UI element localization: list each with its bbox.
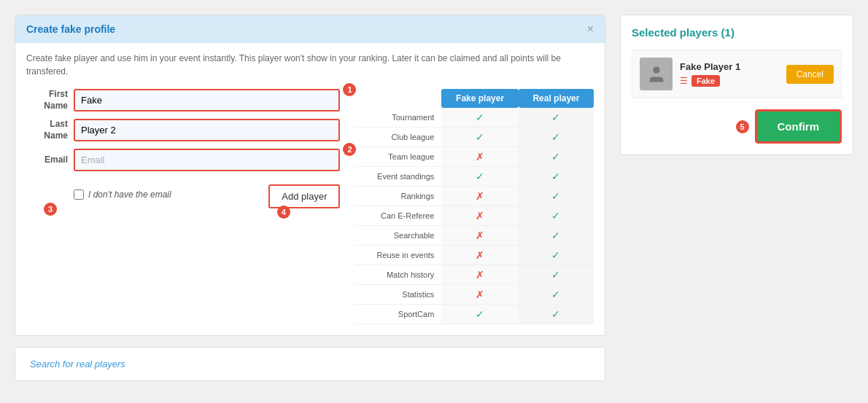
fake-value-cell: ✗ xyxy=(441,265,519,285)
last-name-input[interactable] xyxy=(74,119,340,141)
confirm-area: 5 Confirm xyxy=(632,109,842,144)
email-label: Email xyxy=(26,154,74,166)
check-icon: ✓ xyxy=(551,111,560,123)
check-icon: ✓ xyxy=(551,190,560,202)
confirm-button[interactable]: Confirm xyxy=(755,109,842,144)
table-row: Statistics✗✓ xyxy=(354,285,594,305)
cancel-button[interactable]: Cancel xyxy=(786,65,834,84)
fake-value-cell: ✗ xyxy=(441,246,519,265)
cross-icon: ✗ xyxy=(476,289,484,300)
real-value-cell: ✓ xyxy=(519,246,594,265)
fake-value-cell: ✓ xyxy=(441,108,519,128)
add-player-button[interactable]: Add player xyxy=(268,184,340,208)
feature-name-cell: Can E-Referee xyxy=(354,206,441,226)
close-icon[interactable]: × xyxy=(587,23,594,36)
check-icon: ✓ xyxy=(551,151,560,163)
check-icon: ✓ xyxy=(551,289,560,300)
player-name: Fake Player 1 xyxy=(680,61,779,72)
selected-players-panel: Selected players (1) Fake Player 1 ☰ Fak… xyxy=(620,15,853,155)
check-icon: ✓ xyxy=(551,131,560,143)
player-tag-icon: ☰ xyxy=(680,76,688,86)
real-value-cell: ✓ xyxy=(519,167,594,187)
card-header: Create fake profile × xyxy=(15,15,605,43)
real-value-cell: ✓ xyxy=(519,187,594,206)
check-icon: ✓ xyxy=(551,269,560,281)
feature-name-cell: Team league xyxy=(354,147,441,167)
fake-col-header: Fake player xyxy=(441,89,519,108)
form-and-table: First Name 1 Last Name Email xyxy=(26,89,594,324)
first-name-row: First Name xyxy=(26,89,340,111)
feature-name-cell: Club league xyxy=(354,128,441,147)
cross-icon: ✗ xyxy=(476,249,484,261)
features-table: Fake player Real player Tournament✓✓Club… xyxy=(354,89,594,324)
cross-icon: ✗ xyxy=(476,151,484,163)
card-description: Create fake player and use him in your e… xyxy=(26,52,594,78)
fake-value-cell: ✗ xyxy=(441,187,519,206)
form-section: First Name 1 Last Name Email xyxy=(26,89,340,324)
right-panel: Selected players (1) Fake Player 1 ☰ Fak… xyxy=(620,15,853,155)
checkbox-row: I don't have the email xyxy=(74,189,171,200)
check-icon: ✓ xyxy=(476,308,484,320)
feature-name-cell: Match history xyxy=(354,265,441,285)
fake-value-cell: ✗ xyxy=(441,226,519,246)
fake-value-cell: ✗ xyxy=(441,206,519,226)
fake-tag: Fake xyxy=(691,75,720,87)
cross-icon: ✗ xyxy=(476,269,484,281)
search-real-players-link[interactable]: Search for real players xyxy=(30,359,125,369)
no-email-checkbox[interactable] xyxy=(74,189,84,200)
email-input[interactable] xyxy=(74,149,340,171)
fake-value-cell: ✓ xyxy=(441,128,519,147)
selected-players-title: Selected players (1) xyxy=(632,26,842,39)
cross-icon: ✗ xyxy=(476,190,484,202)
real-value-cell: ✓ xyxy=(519,265,594,285)
card-title: Create fake profile xyxy=(26,23,115,35)
real-value-cell: ✓ xyxy=(519,108,594,128)
first-name-input[interactable] xyxy=(74,89,340,111)
feature-name-cell: Rankings xyxy=(354,187,441,206)
check-icon: ✓ xyxy=(476,171,484,182)
feature-name-cell: Tournament xyxy=(354,108,441,128)
player-avatar xyxy=(640,58,673,90)
annotation-3: 3 xyxy=(44,203,57,216)
annotation-4: 4 xyxy=(277,206,290,219)
last-name-label: Last Name xyxy=(26,119,74,141)
search-real-players-card: Search for real players xyxy=(15,347,605,381)
last-name-row: Last Name xyxy=(26,119,340,141)
left-panel: Create fake profile × Create fake player… xyxy=(15,15,605,381)
check-icon: ✓ xyxy=(551,171,560,182)
fake-value-cell: ✗ xyxy=(441,147,519,167)
real-value-cell: ✓ xyxy=(519,147,594,167)
comparison-table: Fake player Real player Tournament✓✓Club… xyxy=(354,89,594,324)
no-email-label: I don't have the email xyxy=(88,189,171,200)
table-row: Can E-Referee✗✓ xyxy=(354,206,594,226)
table-row: Tournament✓✓ xyxy=(354,108,594,128)
table-row: Team league✗✓ xyxy=(354,147,594,167)
table-row: SportCam✓✓ xyxy=(354,305,594,324)
player-info: Fake Player 1 ☰ Fake xyxy=(680,61,779,87)
real-value-cell: ✓ xyxy=(519,206,594,226)
feature-name-cell: Statistics xyxy=(354,285,441,305)
svg-point-0 xyxy=(653,66,659,73)
check-icon: ✓ xyxy=(476,131,484,143)
table-row: Event standings✓✓ xyxy=(354,167,594,187)
feature-name-cell: Event standings xyxy=(354,167,441,187)
email-row: Email xyxy=(26,149,340,171)
real-value-cell: ✓ xyxy=(519,285,594,305)
real-value-cell: ✓ xyxy=(519,226,594,246)
real-value-cell: ✓ xyxy=(519,305,594,324)
real-value-cell: ✓ xyxy=(519,128,594,147)
check-icon: ✓ xyxy=(476,111,484,123)
check-icon: ✓ xyxy=(551,230,560,241)
cross-icon: ✗ xyxy=(476,230,484,241)
fake-value-cell: ✓ xyxy=(441,167,519,187)
first-name-label: First Name xyxy=(26,89,74,111)
check-icon: ✓ xyxy=(551,308,560,320)
check-icon: ✓ xyxy=(551,210,560,222)
table-row: Reuse in events✗✓ xyxy=(354,246,594,265)
check-icon: ✓ xyxy=(551,249,560,261)
cross-icon: ✗ xyxy=(476,210,484,222)
create-fake-profile-card: Create fake profile × Create fake player… xyxy=(15,15,605,336)
annotation-5: 5 xyxy=(736,120,749,133)
table-row: Rankings✗✓ xyxy=(354,187,594,206)
table-row: Club league✓✓ xyxy=(354,128,594,147)
